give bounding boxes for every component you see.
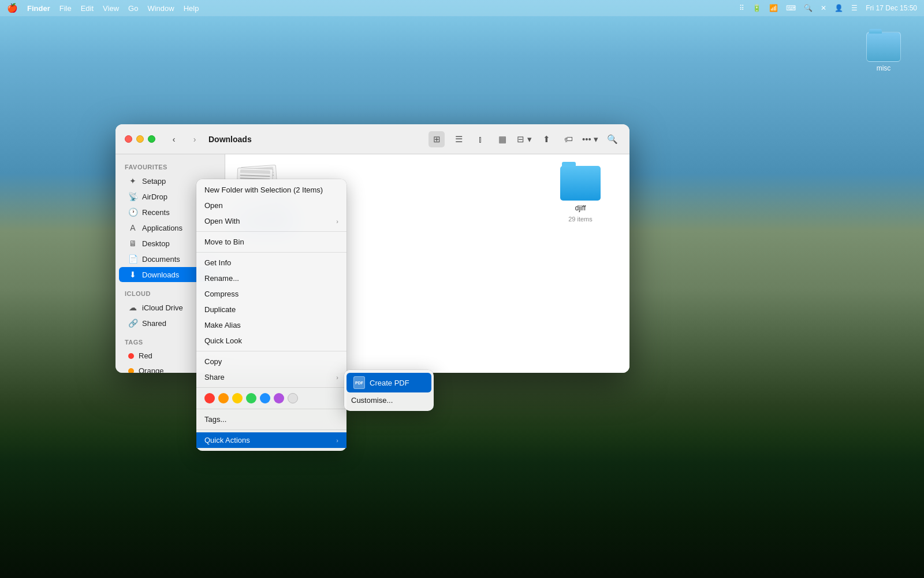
menu-user-icon: 👤 [834,4,843,12]
menu-battery-icon: 🔋 [752,4,761,12]
tag-red-dot [128,353,134,359]
quick-actions-submenu: PDF Create PDF Customise... [344,370,434,411]
menu-help[interactable]: Help [184,4,199,13]
submenu-create-pdf[interactable]: PDF Create PDF [346,373,431,392]
submenu-customise[interactable]: Customise... [344,392,434,408]
forward-button[interactable]: › [188,132,202,146]
menu-app-name[interactable]: Finder [27,4,50,13]
ctx-divider-1 [196,231,346,232]
sidebar-airdrop-label: AirDrop [142,192,167,201]
ctx-open-label: Open [204,201,223,210]
menu-notif-icon: ☰ [851,4,858,12]
submenu-customise-label: Customise... [351,396,393,405]
sidebar-documents-label: Documents [142,255,180,264]
ctx-copy-label: Copy [204,357,222,366]
group-icon[interactable]: ⊟ ▾ [516,131,532,147]
color-dot-green[interactable] [246,393,256,403]
ctx-divider-6 [196,429,346,430]
search-icon[interactable]: 🔍 [604,131,620,147]
color-dot-blue[interactable] [260,393,270,403]
ctx-move-to-bin-label: Move to Bin [204,238,244,246]
menu-bar: 🍎 Finder File Edit View Go Window Help ⠿… [0,0,924,16]
sidebar-icloud-drive-label: iCloud Drive [142,303,183,312]
tag-icon[interactable]: 🏷 [560,131,576,147]
menu-kbd-icon: ⌨ [786,4,796,12]
minimize-button[interactable] [136,135,144,143]
ctx-divider-4 [196,387,346,388]
ctx-new-folder[interactable]: New Folder with Selection (2 Items) [196,182,346,198]
ctx-move-to-bin[interactable]: Move to Bin [196,234,346,250]
ctx-duplicate[interactable]: Duplicate [196,302,346,317]
airdrop-icon: 📡 [128,192,137,201]
view-gallery-icon[interactable]: ▦ [494,131,511,147]
desktop-folder-icon [866,32,901,62]
ctx-share[interactable]: Share › [196,369,346,385]
menu-window[interactable]: Window [147,4,174,13]
menu-bar-left: 🍎 Finder File Edit View Go Window Help [7,3,199,13]
finder-toolbar: ‹ › Downloads ⊞ ☰ ⫿ ▦ ⊟ ▾ ⬆ 🏷 ••• ▾ 🔍 [116,124,629,154]
ctx-new-folder-label: New Folder with Selection (2 Items) [204,186,323,194]
fullscreen-button[interactable] [148,135,155,143]
sidebar-tag-red-label: Red [139,351,152,360]
close-button[interactable] [125,135,132,143]
more-icon[interactable]: ••• ▾ [582,131,598,147]
ctx-get-info[interactable]: Get Info [196,255,346,271]
sidebar-shared-label: Shared [142,319,166,328]
view-column-icon[interactable]: ⫿ [472,131,489,147]
ctx-compress[interactable]: Compress [196,286,346,302]
submenu-create-pdf-label: Create PDF [370,379,409,387]
menu-go[interactable]: Go [128,4,138,13]
icloud-drive-icon: ☁ [128,303,137,312]
recents-icon: 🕐 [128,208,137,217]
ctx-share-arrow: › [336,374,338,381]
ctx-open[interactable]: Open [196,198,346,213]
back-button[interactable]: ‹ [167,132,181,146]
finder-title: Downloads [208,135,252,144]
ctx-tags-label: Tags... [204,415,226,424]
share-icon[interactable]: ⬆ [538,131,554,147]
toolbar-icons: ⊞ ☰ ⫿ ▦ ⊟ ▾ ⬆ 🏷 ••• ▾ 🔍 [429,131,620,147]
color-dot-yellow[interactable] [232,393,243,403]
color-dot-red[interactable] [204,393,215,403]
ctx-get-info-label: Get Info [204,258,231,267]
setapp-icon: ✦ [128,176,137,186]
ctx-rename[interactable]: Rename... [196,271,346,286]
menu-bt-icon: ✕ [821,4,826,12]
documents-icon: 📄 [128,254,137,264]
ctx-make-alias[interactable]: Make Alias [196,317,346,333]
folder-djiff[interactable]: djiff 29 items [560,166,601,223]
ctx-tags[interactable]: Tags... [196,412,346,427]
pdf-icon: PDF [353,376,365,389]
view-list-icon[interactable]: ☰ [450,131,467,147]
sidebar-tag-orange-label: Orange [139,366,163,373]
ctx-rename-label: Rename... [204,274,239,283]
menu-edit[interactable]: Edit [81,4,94,13]
ctx-open-with[interactable]: Open With › [196,213,346,229]
menu-search-icon[interactable]: 🔍 [804,4,813,12]
ctx-quick-look-label: Quick Look [204,336,242,345]
menu-datetime: Fri 17 Dec 15:50 [866,4,917,12]
color-dot-purple[interactable] [274,393,284,403]
color-dot-none[interactable] [288,393,298,403]
ctx-quick-actions-label: Quick Actions [204,436,250,444]
color-dot-orange[interactable] [218,393,229,403]
view-icon-icon[interactable]: ⊞ [429,131,445,147]
desktop-icon: 🖥 [128,239,137,248]
ctx-make-alias-label: Make Alias [204,321,241,329]
folder-tab [562,162,576,167]
apple-menu[interactable]: 🍎 [7,3,18,13]
menu-file[interactable]: File [59,4,72,13]
ctx-quick-look[interactable]: Quick Look [196,333,346,349]
ctx-compress-label: Compress [204,290,239,298]
desktop-folder-misc[interactable]: misc [866,32,901,72]
ctx-quick-actions[interactable]: Quick Actions › [196,432,346,448]
sidebar-desktop-label: Desktop [142,239,170,248]
ctx-copy[interactable]: Copy [196,354,346,369]
finder-window: ‹ › Downloads ⊞ ☰ ⫿ ▦ ⊟ ▾ ⬆ 🏷 ••• ▾ 🔍 Fa… [116,124,629,373]
favourites-label: Favourites [116,160,225,173]
ctx-open-with-label: Open With [204,217,240,225]
menu-view[interactable]: View [103,4,119,13]
ctx-open-with-arrow: › [336,218,338,225]
menu-bar-right: ⠿ 🔋 📶 ⌨ 🔍 ✕ 👤 ☰ Fri 17 Dec 15:50 [739,4,917,12]
ctx-divider-5 [196,409,346,409]
